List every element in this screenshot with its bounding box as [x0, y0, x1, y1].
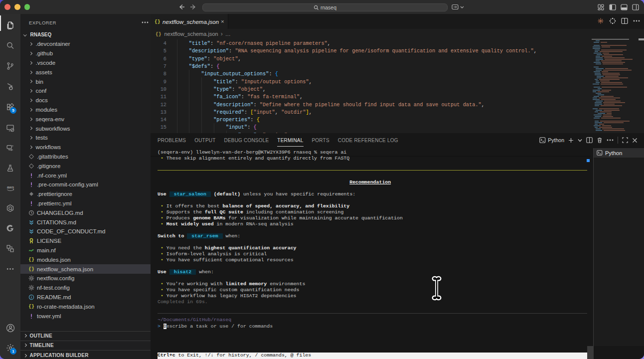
svg-text:aws: aws	[6, 185, 13, 189]
